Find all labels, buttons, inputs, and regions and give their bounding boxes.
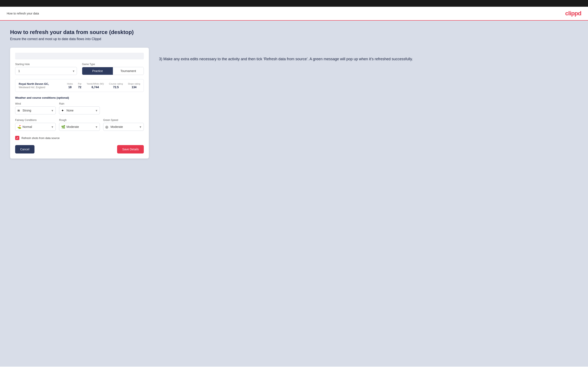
refresh-label: Refresh shots from data source xyxy=(21,136,60,140)
starting-hole-label: Starting Hole xyxy=(15,63,77,66)
rain-select[interactable]: None xyxy=(59,107,100,114)
logo: clippd xyxy=(565,10,581,17)
rough-label: Rough xyxy=(59,119,100,122)
wind-icon: ≋ xyxy=(17,108,20,113)
side-note: 3) Make any extra edits necessary to the… xyxy=(159,48,578,62)
header-title: How to refresh your data xyxy=(7,12,39,15)
header: How to refresh your data clippd xyxy=(0,7,588,21)
course-location: Westward Ho!, England xyxy=(19,86,49,89)
course-info: Royal North Devon GC, Westward Ho!, Engl… xyxy=(19,82,49,89)
page-subheading: Ensure the correct and most up to date d… xyxy=(10,37,578,41)
weather-section-title: Weather and course conditions (optional) xyxy=(15,96,144,99)
rough-select-wrapper[interactable]: 🌿 Moderate xyxy=(59,123,100,131)
save-button[interactable]: Save Details xyxy=(117,145,144,153)
refresh-checkbox-row[interactable]: Refresh shots from data source xyxy=(15,136,144,140)
course-rating-stat: Course rating 72.5 xyxy=(109,83,123,89)
button-row: Cancel Save Details xyxy=(15,145,144,153)
rain-icon: ✦ xyxy=(61,108,64,113)
yards-stat: Yards/White (M)) 6,744 xyxy=(86,83,104,89)
rough-icon: 🌿 xyxy=(61,125,65,129)
tournament-button[interactable]: Tournament xyxy=(113,67,144,75)
course-stats: Holes 18 Par 72 Yards/White (M)) 6,744 C… xyxy=(67,83,140,89)
holes-stat: Holes 18 xyxy=(67,83,73,89)
green-speed-group: Green Speed ◎ Moderate xyxy=(103,119,144,131)
par-value: 72 xyxy=(78,85,82,89)
wind-label: Wind xyxy=(15,102,56,105)
rain-spacer xyxy=(103,102,144,114)
yards-label: Yards/White (M)) xyxy=(86,83,104,85)
course-name: Royal North Devon GC, xyxy=(19,82,49,85)
starting-hole-select[interactable]: 1 xyxy=(15,67,77,75)
game-type-label: Game Type xyxy=(82,63,144,66)
starting-hole-select-wrapper[interactable]: 1 xyxy=(15,67,77,75)
form-card: Starting Hole 1 Game Type Practice Tourn… xyxy=(10,48,149,158)
side-note-text: 3) Make any extra edits necessary to the… xyxy=(159,56,578,62)
green-speed-select[interactable]: Moderate xyxy=(103,123,144,131)
weather-grid: Wind ≋ Strong Rain ✦ None xyxy=(15,102,144,114)
slope-rating-stat: Slope rating 134 xyxy=(128,83,140,89)
game-type-toggle: Practice Tournament xyxy=(82,67,144,75)
slope-rating-value: 134 xyxy=(128,85,140,89)
fairway-icon: ⛳ xyxy=(17,125,21,129)
rain-group: Rain ✦ None xyxy=(59,102,100,114)
yards-value: 6,744 xyxy=(86,85,104,89)
conditions-grid: Fairway Conditions ⛳ Normal Rough 🌿 Mode… xyxy=(15,119,144,131)
main-content: How to refresh your data from source (de… xyxy=(0,21,588,367)
course-rating-value: 72.5 xyxy=(109,85,123,89)
rain-select-wrapper[interactable]: ✦ None xyxy=(59,107,100,114)
practice-button[interactable]: Practice xyxy=(82,67,113,75)
page-heading: How to refresh your data from source (de… xyxy=(10,29,578,35)
refresh-checkbox[interactable] xyxy=(15,136,19,140)
rough-group: Rough 🌿 Moderate xyxy=(59,119,100,131)
starting-hole-group: Starting Hole 1 xyxy=(15,63,77,75)
cancel-button[interactable]: Cancel xyxy=(15,145,35,153)
starting-hole-game-type-row: Starting Hole 1 Game Type Practice Tourn… xyxy=(15,63,144,75)
rain-label: Rain xyxy=(59,102,100,105)
fairway-label: Fairway Conditions xyxy=(15,119,56,122)
course-card: Royal North Devon GC, Westward Ho!, Engl… xyxy=(15,79,144,92)
holes-value: 18 xyxy=(67,85,73,89)
fairway-group: Fairway Conditions ⛳ Normal xyxy=(15,119,56,131)
course-rating-label: Course rating xyxy=(109,83,123,85)
wind-select[interactable]: Strong xyxy=(15,107,56,114)
content-area: Starting Hole 1 Game Type Practice Tourn… xyxy=(10,48,578,158)
green-speed-select-wrapper[interactable]: ◎ Moderate xyxy=(103,123,144,131)
tab-strip-placeholder xyxy=(15,53,144,59)
par-label: Par xyxy=(78,83,82,85)
green-speed-icon: ◎ xyxy=(105,125,108,129)
green-speed-label: Green Speed xyxy=(103,119,144,122)
holes-label: Holes xyxy=(67,83,73,85)
wind-select-wrapper[interactable]: ≋ Strong xyxy=(15,107,56,114)
wind-group: Wind ≋ Strong xyxy=(15,102,56,114)
game-type-group: Game Type Practice Tournament xyxy=(82,63,144,75)
top-bar xyxy=(0,0,588,7)
slope-rating-label: Slope rating xyxy=(128,83,140,85)
par-stat: Par 72 xyxy=(78,83,82,89)
fairway-select-wrapper[interactable]: ⛳ Normal xyxy=(15,123,56,131)
